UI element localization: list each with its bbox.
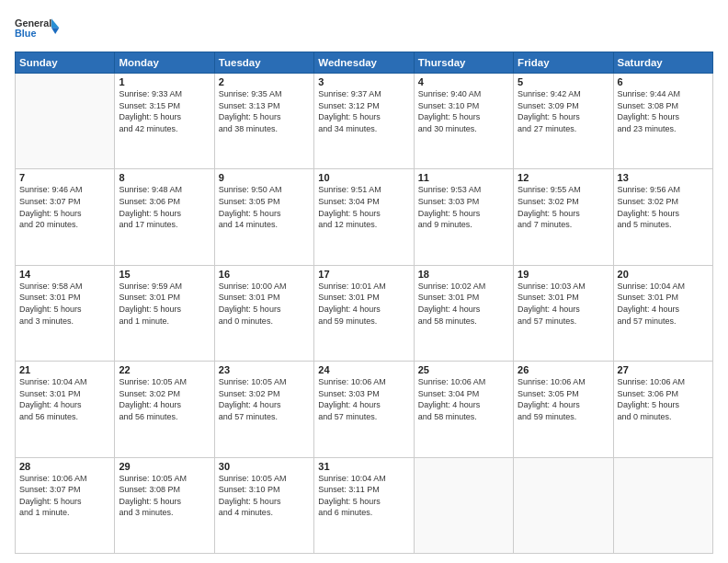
calendar-week-2: 7Sunrise: 9:46 AMSunset: 3:07 PMDaylight… [16,169,713,265]
day-info: Sunrise: 10:01 AMSunset: 3:01 PMDaylight… [318,281,409,327]
day-info: Sunrise: 9:55 AMSunset: 3:02 PMDaylight:… [518,184,609,230]
weekday-header-wednesday: Wednesday [314,52,414,74]
calendar-week-5: 28Sunrise: 10:06 AMSunset: 3:07 PMDaylig… [16,457,713,553]
day-info: Sunrise: 10:06 AMSunset: 3:06 PMDaylight… [618,376,709,422]
weekday-header-saturday: Saturday [613,52,712,74]
weekday-header-thursday: Thursday [414,52,513,74]
day-number: 15 [119,269,210,280]
day-info: Sunrise: 9:51 AMSunset: 3:04 PMDaylight:… [318,184,409,230]
day-info: Sunrise: 9:58 AMSunset: 3:01 PMDaylight:… [19,281,110,327]
calendar-cell: 29Sunrise: 10:05 AMSunset: 3:08 PMDaylig… [115,457,214,553]
day-number: 8 [119,172,210,183]
calendar-cell: 11Sunrise: 9:53 AMSunset: 3:03 PMDayligh… [414,169,513,265]
day-number: 27 [618,364,709,375]
calendar-cell: 8Sunrise: 9:48 AMSunset: 3:06 PMDaylight… [115,169,214,265]
calendar-cell [414,457,513,553]
day-info: Sunrise: 10:02 AMSunset: 3:01 PMDaylight… [418,281,509,327]
day-info: Sunrise: 10:06 AMSunset: 3:07 PMDaylight… [19,473,110,519]
day-number: 18 [418,269,509,280]
day-info: Sunrise: 9:33 AMSunset: 3:15 PMDaylight:… [119,88,210,134]
calendar-cell: 18Sunrise: 10:02 AMSunset: 3:01 PMDaylig… [414,265,513,361]
day-number: 20 [618,269,709,280]
weekday-header-row: SundayMondayTuesdayWednesdayThursdayFrid… [16,52,713,74]
calendar-cell: 30Sunrise: 10:05 AMSunset: 3:10 PMDaylig… [214,457,313,553]
calendar-cell: 12Sunrise: 9:55 AMSunset: 3:02 PMDayligh… [514,169,613,265]
day-number: 1 [119,76,210,87]
day-info: Sunrise: 10:03 AMSunset: 3:01 PMDaylight… [518,281,609,327]
calendar-cell: 21Sunrise: 10:04 AMSunset: 3:01 PMDaylig… [16,362,115,457]
calendar-table: SundayMondayTuesdayWednesdayThursdayFrid… [15,52,713,554]
day-info: Sunrise: 9:50 AMSunset: 3:05 PMDaylight:… [219,184,310,230]
day-info: Sunrise: 10:06 AMSunset: 3:04 PMDaylight… [418,376,509,422]
calendar-week-4: 21Sunrise: 10:04 AMSunset: 3:01 PMDaylig… [16,362,713,457]
page: General Blue SundayMondayTuesdayWednesda… [0,0,728,563]
day-number: 16 [219,269,310,280]
header: General Blue [15,13,713,46]
day-info: Sunrise: 9:59 AMSunset: 3:01 PMDaylight:… [119,281,210,327]
calendar-cell: 15Sunrise: 9:59 AMSunset: 3:01 PMDayligh… [115,265,214,361]
weekday-header-monday: Monday [115,52,214,74]
day-number: 6 [618,76,709,87]
calendar-cell [16,74,115,169]
calendar-cell: 28Sunrise: 10:06 AMSunset: 3:07 PMDaylig… [16,457,115,553]
day-number: 17 [318,269,409,280]
calendar-cell: 1Sunrise: 9:33 AMSunset: 3:15 PMDaylight… [115,74,214,169]
day-info: Sunrise: 9:48 AMSunset: 3:06 PMDaylight:… [119,184,210,230]
svg-text:General: General [15,17,51,29]
day-number: 12 [518,172,609,183]
calendar-cell: 5Sunrise: 9:42 AMSunset: 3:09 PMDaylight… [514,74,613,169]
day-number: 2 [219,76,310,87]
day-info: Sunrise: 9:42 AMSunset: 3:09 PMDaylight:… [518,88,609,134]
day-info: Sunrise: 10:05 AMSunset: 3:02 PMDaylight… [119,376,210,422]
calendar-cell: 20Sunrise: 10:04 AMSunset: 3:01 PMDaylig… [613,265,712,361]
calendar-cell: 17Sunrise: 10:01 AMSunset: 3:01 PMDaylig… [314,265,414,361]
calendar-cell: 9Sunrise: 9:50 AMSunset: 3:05 PMDaylight… [214,169,313,265]
day-number: 23 [219,364,310,375]
day-info: Sunrise: 10:00 AMSunset: 3:01 PMDaylight… [219,281,310,327]
day-number: 28 [19,461,110,472]
day-number: 3 [318,76,409,87]
day-info: Sunrise: 10:04 AMSunset: 3:01 PMDaylight… [618,281,709,327]
day-number: 26 [518,364,609,375]
day-info: Sunrise: 9:53 AMSunset: 3:03 PMDaylight:… [418,184,509,230]
calendar-cell: 14Sunrise: 9:58 AMSunset: 3:01 PMDayligh… [16,265,115,361]
day-number: 29 [119,461,210,472]
day-info: Sunrise: 9:35 AMSunset: 3:13 PMDaylight:… [219,88,310,134]
day-info: Sunrise: 9:40 AMSunset: 3:10 PMDaylight:… [418,88,509,134]
weekday-header-friday: Friday [514,52,613,74]
weekday-header-tuesday: Tuesday [214,52,313,74]
day-info: Sunrise: 10:06 AMSunset: 3:03 PMDaylight… [318,376,409,422]
calendar-cell: 2Sunrise: 9:35 AMSunset: 3:13 PMDaylight… [214,74,313,169]
logo: General Blue [15,13,61,46]
day-info: Sunrise: 9:56 AMSunset: 3:02 PMDaylight:… [618,184,709,230]
calendar-week-3: 14Sunrise: 9:58 AMSunset: 3:01 PMDayligh… [16,265,713,361]
day-number: 10 [318,172,409,183]
day-info: Sunrise: 9:44 AMSunset: 3:08 PMDaylight:… [618,88,709,134]
day-info: Sunrise: 10:04 AMSunset: 3:01 PMDaylight… [19,376,110,422]
day-number: 25 [418,364,509,375]
day-number: 11 [418,172,509,183]
svg-marker-2 [51,18,59,28]
svg-marker-3 [51,28,59,34]
day-number: 30 [219,461,310,472]
day-number: 22 [119,364,210,375]
logo-svg: General Blue [15,13,61,46]
calendar-cell: 31Sunrise: 10:04 AMSunset: 3:11 PMDaylig… [314,457,414,553]
day-number: 5 [518,76,609,87]
calendar-cell: 27Sunrise: 10:06 AMSunset: 3:06 PMDaylig… [613,362,712,457]
calendar-cell [613,457,712,553]
calendar-week-1: 1Sunrise: 9:33 AMSunset: 3:15 PMDaylight… [16,74,713,169]
calendar-cell: 10Sunrise: 9:51 AMSunset: 3:04 PMDayligh… [314,169,414,265]
svg-text:Blue: Blue [15,28,36,39]
day-number: 31 [318,461,409,472]
calendar-cell: 23Sunrise: 10:05 AMSunset: 3:02 PMDaylig… [214,362,313,457]
calendar-cell: 6Sunrise: 9:44 AMSunset: 3:08 PMDaylight… [613,74,712,169]
day-info: Sunrise: 10:06 AMSunset: 3:05 PMDaylight… [518,376,609,422]
weekday-header-sunday: Sunday [16,52,115,74]
calendar-cell: 19Sunrise: 10:03 AMSunset: 3:01 PMDaylig… [514,265,613,361]
day-number: 13 [618,172,709,183]
calendar-cell: 24Sunrise: 10:06 AMSunset: 3:03 PMDaylig… [314,362,414,457]
day-number: 4 [418,76,509,87]
day-info: Sunrise: 9:46 AMSunset: 3:07 PMDaylight:… [19,184,110,230]
day-number: 19 [518,269,609,280]
